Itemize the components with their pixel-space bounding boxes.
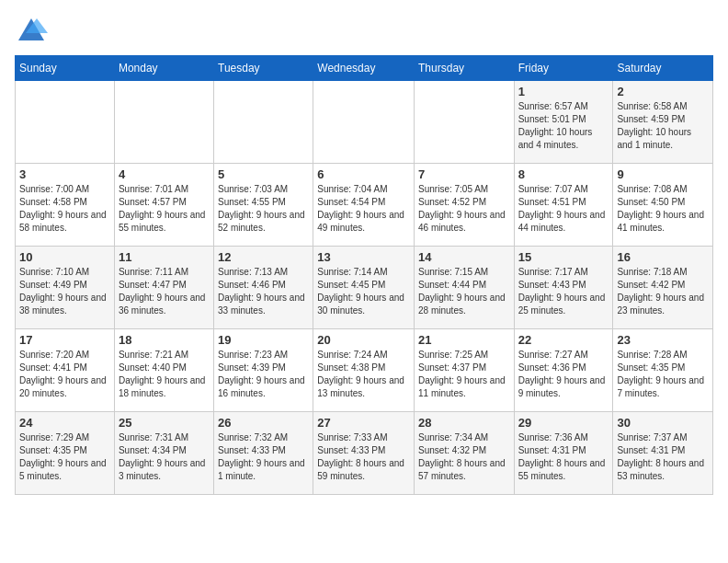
day-number: 20 — [317, 333, 410, 347]
calendar-week-1: 1Sunrise: 6:57 AM Sunset: 5:01 PM Daylig… — [16, 81, 713, 164]
calendar-cell: 26Sunrise: 7:32 AM Sunset: 4:33 PM Dayli… — [214, 412, 313, 495]
day-number: 13 — [317, 250, 410, 264]
day-number: 26 — [218, 416, 309, 430]
day-number: 14 — [418, 250, 510, 264]
day-info: Sunrise: 7:27 AM Sunset: 4:36 PM Dayligh… — [518, 349, 609, 400]
day-info: Sunrise: 7:29 AM Sunset: 4:35 PM Dayligh… — [19, 431, 110, 483]
calendar-cell: 1Sunrise: 6:57 AM Sunset: 5:01 PM Daylig… — [514, 81, 613, 164]
day-number: 10 — [19, 250, 110, 264]
day-info: Sunrise: 7:23 AM Sunset: 4:39 PM Dayligh… — [218, 349, 309, 400]
logo — [15, 15, 51, 48]
calendar-cell — [16, 81, 115, 164]
calendar-cell: 14Sunrise: 7:15 AM Sunset: 4:44 PM Dayli… — [415, 247, 515, 329]
calendar-cell: 12Sunrise: 7:13 AM Sunset: 4:46 PM Dayli… — [214, 247, 313, 329]
calendar-cell: 25Sunrise: 7:31 AM Sunset: 4:34 PM Dayli… — [114, 412, 213, 495]
day-number: 16 — [617, 250, 709, 264]
calendar-week-5: 24Sunrise: 7:29 AM Sunset: 4:35 PM Dayli… — [16, 412, 713, 495]
calendar-cell: 30Sunrise: 7:37 AM Sunset: 4:31 PM Dayli… — [613, 412, 713, 495]
header-sunday: Sunday — [16, 56, 115, 81]
day-number: 21 — [418, 333, 510, 347]
calendar-body: 1Sunrise: 6:57 AM Sunset: 5:01 PM Daylig… — [16, 81, 713, 495]
day-number: 18 — [119, 333, 210, 347]
day-number: 27 — [317, 416, 410, 430]
calendar-cell: 20Sunrise: 7:24 AM Sunset: 4:38 PM Dayli… — [313, 329, 415, 412]
day-info: Sunrise: 7:03 AM Sunset: 4:55 PM Dayligh… — [218, 183, 309, 235]
calendar-cell: 29Sunrise: 7:36 AM Sunset: 4:31 PM Dayli… — [514, 412, 613, 495]
calendar-cell: 10Sunrise: 7:10 AM Sunset: 4:49 PM Dayli… — [16, 247, 115, 329]
day-number: 9 — [617, 167, 709, 181]
day-number: 25 — [119, 416, 210, 430]
calendar-cell: 18Sunrise: 7:21 AM Sunset: 4:40 PM Dayli… — [114, 329, 213, 412]
day-info: Sunrise: 7:04 AM Sunset: 4:54 PM Dayligh… — [317, 183, 410, 235]
calendar-cell: 3Sunrise: 7:00 AM Sunset: 4:58 PM Daylig… — [16, 164, 115, 247]
day-info: Sunrise: 7:24 AM Sunset: 4:38 PM Dayligh… — [317, 349, 410, 400]
day-info: Sunrise: 7:33 AM Sunset: 4:33 PM Dayligh… — [317, 431, 410, 483]
day-info: Sunrise: 7:32 AM Sunset: 4:33 PM Dayligh… — [218, 431, 309, 483]
day-info: Sunrise: 7:36 AM Sunset: 4:31 PM Dayligh… — [518, 431, 609, 483]
calendar-cell: 9Sunrise: 7:08 AM Sunset: 4:50 PM Daylig… — [613, 164, 713, 247]
calendar-cell — [313, 81, 415, 164]
day-info: Sunrise: 6:58 AM Sunset: 4:59 PM Dayligh… — [617, 100, 709, 152]
day-number: 8 — [518, 167, 609, 181]
day-number: 6 — [317, 167, 410, 181]
header-tuesday: Tuesday — [214, 56, 313, 81]
day-info: Sunrise: 7:08 AM Sunset: 4:50 PM Dayligh… — [617, 183, 709, 235]
header-saturday: Saturday — [613, 56, 713, 81]
day-info: Sunrise: 7:17 AM Sunset: 4:43 PM Dayligh… — [518, 266, 609, 317]
calendar-cell: 4Sunrise: 7:01 AM Sunset: 4:57 PM Daylig… — [114, 164, 213, 247]
calendar-cell: 27Sunrise: 7:33 AM Sunset: 4:33 PM Dayli… — [313, 412, 415, 495]
day-info: Sunrise: 7:05 AM Sunset: 4:52 PM Dayligh… — [418, 183, 510, 235]
calendar-cell: 17Sunrise: 7:20 AM Sunset: 4:41 PM Dayli… — [16, 329, 115, 412]
day-number: 2 — [617, 85, 709, 98]
logo-icon — [15, 15, 48, 48]
day-number: 12 — [218, 250, 309, 264]
calendar-cell: 11Sunrise: 7:11 AM Sunset: 4:47 PM Dayli… — [114, 247, 213, 329]
calendar-cell — [214, 81, 313, 164]
calendar-cell: 2Sunrise: 6:58 AM Sunset: 4:59 PM Daylig… — [613, 81, 713, 164]
day-number: 5 — [218, 167, 309, 181]
day-info: Sunrise: 7:31 AM Sunset: 4:34 PM Dayligh… — [119, 431, 210, 483]
header-monday: Monday — [114, 56, 213, 81]
day-info: Sunrise: 7:37 AM Sunset: 4:31 PM Dayligh… — [617, 431, 709, 483]
day-info: Sunrise: 7:28 AM Sunset: 4:35 PM Dayligh… — [617, 349, 709, 400]
header-wednesday: Wednesday — [313, 56, 415, 81]
day-number: 15 — [518, 250, 609, 264]
calendar-cell: 13Sunrise: 7:14 AM Sunset: 4:45 PM Dayli… — [313, 247, 415, 329]
day-info: Sunrise: 7:10 AM Sunset: 4:49 PM Dayligh… — [19, 266, 110, 317]
day-info: Sunrise: 7:01 AM Sunset: 4:57 PM Dayligh… — [119, 183, 210, 235]
calendar-week-4: 17Sunrise: 7:20 AM Sunset: 4:41 PM Dayli… — [16, 329, 713, 412]
calendar-cell: 24Sunrise: 7:29 AM Sunset: 4:35 PM Dayli… — [16, 412, 115, 495]
calendar-cell: 19Sunrise: 7:23 AM Sunset: 4:39 PM Dayli… — [214, 329, 313, 412]
day-number: 3 — [19, 167, 110, 181]
page-header — [15, 15, 713, 48]
day-number: 17 — [19, 333, 110, 347]
day-number: 28 — [418, 416, 510, 430]
calendar-cell: 28Sunrise: 7:34 AM Sunset: 4:32 PM Dayli… — [415, 412, 515, 495]
header-friday: Friday — [514, 56, 613, 81]
header-row: SundayMondayTuesdayWednesdayThursdayFrid… — [16, 56, 713, 81]
calendar-cell: 5Sunrise: 7:03 AM Sunset: 4:55 PM Daylig… — [214, 164, 313, 247]
calendar-week-2: 3Sunrise: 7:00 AM Sunset: 4:58 PM Daylig… — [16, 164, 713, 247]
day-number: 29 — [518, 416, 609, 430]
day-info: Sunrise: 7:15 AM Sunset: 4:44 PM Dayligh… — [418, 266, 510, 317]
day-info: Sunrise: 7:13 AM Sunset: 4:46 PM Dayligh… — [218, 266, 309, 317]
day-number: 24 — [19, 416, 110, 430]
calendar-cell: 7Sunrise: 7:05 AM Sunset: 4:52 PM Daylig… — [415, 164, 515, 247]
calendar-cell: 21Sunrise: 7:25 AM Sunset: 4:37 PM Dayli… — [415, 329, 515, 412]
calendar-cell: 15Sunrise: 7:17 AM Sunset: 4:43 PM Dayli… — [514, 247, 613, 329]
day-number: 23 — [617, 333, 709, 347]
calendar-cell: 22Sunrise: 7:27 AM Sunset: 4:36 PM Dayli… — [514, 329, 613, 412]
day-info: Sunrise: 7:14 AM Sunset: 4:45 PM Dayligh… — [317, 266, 410, 317]
day-info: Sunrise: 7:07 AM Sunset: 4:51 PM Dayligh… — [518, 183, 609, 235]
header-thursday: Thursday — [415, 56, 515, 81]
calendar-header: SundayMondayTuesdayWednesdayThursdayFrid… — [16, 56, 713, 81]
calendar-cell: 16Sunrise: 7:18 AM Sunset: 4:42 PM Dayli… — [613, 247, 713, 329]
calendar-cell — [114, 81, 213, 164]
day-info: Sunrise: 7:00 AM Sunset: 4:58 PM Dayligh… — [19, 183, 110, 235]
day-number: 1 — [518, 85, 609, 98]
day-info: Sunrise: 7:18 AM Sunset: 4:42 PM Dayligh… — [617, 266, 709, 317]
day-info: Sunrise: 7:21 AM Sunset: 4:40 PM Dayligh… — [119, 349, 210, 400]
calendar-cell: 6Sunrise: 7:04 AM Sunset: 4:54 PM Daylig… — [313, 164, 415, 247]
day-number: 30 — [617, 416, 709, 430]
day-number: 19 — [218, 333, 309, 347]
